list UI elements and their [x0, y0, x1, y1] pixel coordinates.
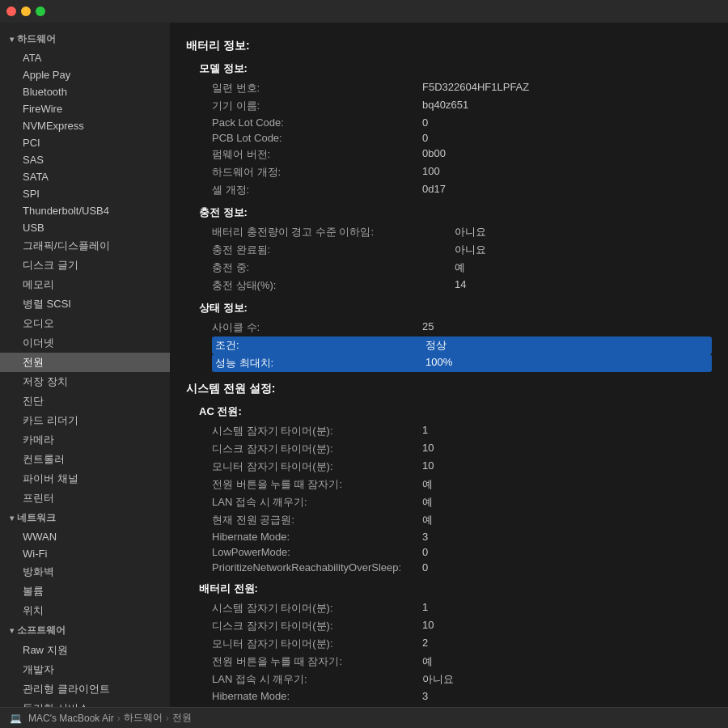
value-charging: 예	[455, 260, 465, 275]
bat-row-1: 디스크 잠자기 타이머(분): 10	[212, 617, 712, 635]
sidebar-item-storage[interactable]: 저장 장치	[0, 372, 170, 392]
breadcrumb-host: MAC's MacBook Air	[28, 713, 114, 724]
maximize-button[interactable]	[36, 6, 45, 16]
row-cell-revision: 셀 개정: 0d17	[212, 181, 712, 199]
detail-panel: 배터리 정보: 모델 정보: 일련 번호: F5D322604HF1LPFAZ …	[170, 23, 728, 707]
ac-value-4: 예	[422, 495, 433, 510]
bat-label-0: 시스템 잠자기 타이머(분):	[212, 601, 422, 616]
charge-rows: 배터리 충전량이 경고 수준 이하임: 아니요 충전 완료됨: 아니요 충전 중…	[212, 223, 712, 294]
sidebar-item-ethernet[interactable]: 이더넷	[0, 333, 170, 353]
sidebar-group-hardware[interactable]: ▾ 하드웨어	[0, 29, 170, 49]
value-firmware: 0b00	[422, 147, 446, 162]
main-content: ▾ 하드웨어 ATA Apple Pay Bluetooth FireWire …	[0, 23, 728, 707]
row-serial: 일련 번호: F5D322604HF1LPFAZ	[212, 79, 712, 97]
bat-value-2: 2	[422, 637, 428, 651]
sidebar-item-scsi[interactable]: 병렬 SCSI	[0, 294, 170, 314]
sidebar-item-printer[interactable]: 프린터	[0, 489, 170, 508]
sidebar: ▾ 하드웨어 ATA Apple Pay Bluetooth FireWire …	[0, 23, 170, 707]
bat-value-5: 3	[422, 690, 428, 702]
ac-label-4: LAN 접속 시 깨우기:	[212, 495, 422, 510]
label-condition: 조건:	[215, 338, 425, 353]
sidebar-item-thunderbolt[interactable]: Thunderbolt/USB4	[0, 202, 170, 219]
label-below-warning: 배터리 충전량이 경고 수준 이하임:	[212, 225, 455, 239]
sidebar-item-diagnostics[interactable]: 진단	[0, 392, 170, 411]
sidebar-item-cardreader[interactable]: 카드 리더기	[0, 411, 170, 430]
value-charge-percent: 14	[455, 278, 466, 293]
label-pcb-lot: PCB Lot Code:	[212, 132, 422, 144]
status-title: 상태 정보:	[199, 301, 712, 315]
sidebar-item-power[interactable]: 전원	[0, 353, 170, 372]
sidebar-item-raw[interactable]: Raw 지원	[0, 641, 170, 660]
value-hw-revision: 100	[422, 165, 440, 180]
bat-value-1: 10	[422, 619, 434, 633]
row-charging: 충전 중: 예	[212, 259, 712, 277]
sidebar-group-network[interactable]: ▾ 네트워크	[0, 508, 170, 528]
value-device-name: bq40z651	[422, 99, 468, 113]
label-charge-complete: 충전 완료됨:	[212, 243, 455, 257]
sidebar-item-firewall[interactable]: 방화벽	[0, 562, 170, 582]
sidebar-item-sas[interactable]: SAS	[0, 151, 170, 168]
titlebar	[0, 0, 728, 23]
sidebar-item-firewire[interactable]: FireWire	[0, 100, 170, 117]
value-below-warning: 아니요	[455, 225, 486, 239]
battery-power-title: 배터리 전원:	[199, 582, 712, 596]
sidebar-item-sync[interactable]: 동기화 서비스	[0, 699, 170, 707]
sidebar-item-spi[interactable]: SPI	[0, 185, 170, 202]
sidebar-item-camera[interactable]: 카메라	[0, 430, 170, 450]
charge-section: 충전 정보: 배터리 충전량이 경고 수준 이하임: 아니요 충전 완료됨: 아…	[199, 205, 712, 294]
ac-row-8: PrioritizeNetworkReachabilityOverSleep: …	[212, 560, 712, 575]
bat-value-0: 1	[422, 601, 428, 616]
value-cycle: 25	[422, 320, 434, 335]
chevron-down-icon-network: ▾	[10, 514, 14, 523]
sidebar-item-managed-client[interactable]: 관리형 클라이언트	[0, 679, 170, 699]
label-pack-lot: Pack Lot Code:	[212, 116, 422, 129]
sidebar-item-bluetooth[interactable]: Bluetooth	[0, 83, 170, 100]
bat-label-5: Hibernate Mode:	[212, 690, 422, 702]
ac-value-2: 10	[422, 459, 434, 474]
ac-value-7: 0	[422, 546, 428, 558]
sidebar-item-wwan[interactable]: WWAN	[0, 528, 170, 545]
bat-row-2: 모니터 잠자기 타이머(분): 2	[212, 635, 712, 653]
sidebar-item-location[interactable]: 위치	[0, 601, 170, 620]
bat-value-4: 아니요	[422, 672, 454, 687]
sidebar-item-graphics[interactable]: 그래픽/디스플레이	[0, 236, 170, 256]
sidebar-item-memory[interactable]: 메모리	[0, 275, 170, 294]
model-rows: 일련 번호: F5D322604HF1LPFAZ 기기 이름: bq40z651…	[212, 79, 712, 199]
minimize-button[interactable]	[21, 6, 31, 16]
sidebar-item-pci[interactable]: PCI	[0, 134, 170, 151]
bat-value-3: 예	[422, 654, 433, 669]
row-charge-complete: 충전 완료됨: 아니요	[212, 241, 712, 259]
ac-label-3: 전원 버튼을 누를 때 잠자기:	[212, 477, 422, 492]
value-max-performance: 100%	[425, 356, 452, 370]
ac-power-section: AC 전원: 시스템 잠자기 타이머(분): 1 디스크 잠자기 타이머(분):…	[199, 404, 712, 707]
row-pack-lot: Pack Lot Code: 0	[212, 115, 712, 130]
ac-value-8: 0	[422, 561, 428, 574]
ac-value-1: 10	[422, 442, 434, 456]
sidebar-item-nvmexpress[interactable]: NVMExpress	[0, 117, 170, 134]
close-button[interactable]	[6, 6, 16, 16]
sidebar-item-applepay[interactable]: Apple Pay	[0, 66, 170, 83]
sidebar-item-wifi[interactable]: Wi-Fi	[0, 545, 170, 562]
battery-rows: 시스템 잠자기 타이머(분): 1 디스크 잠자기 타이머(분): 10 모니터…	[212, 599, 712, 707]
ac-label-5: 현재 전원 공급원:	[212, 513, 422, 527]
sidebar-item-developer[interactable]: 개발자	[0, 660, 170, 679]
sidebar-item-sata[interactable]: SATA	[0, 168, 170, 185]
sidebar-item-usb[interactable]: USB	[0, 219, 170, 236]
bat-row-5: Hibernate Mode: 3	[212, 688, 712, 704]
bat-row-0: 시스템 잠자기 타이머(분): 1	[212, 599, 712, 617]
sidebar-item-fiberchannel[interactable]: 파이버 채널	[0, 469, 170, 489]
row-hw-revision: 하드웨어 개정: 100	[212, 163, 712, 181]
sidebar-item-disk[interactable]: 디스크 글기	[0, 256, 170, 275]
sidebar-item-volume[interactable]: 볼륨	[0, 582, 170, 601]
sidebar-item-controller[interactable]: 컨트롤러	[0, 450, 170, 469]
sidebar-item-ata[interactable]: ATA	[0, 49, 170, 66]
ac-label-7: LowPowerMode:	[212, 546, 422, 558]
chevron-down-icon-software: ▾	[10, 626, 14, 635]
ac-row-7: LowPowerMode: 0	[212, 544, 712, 560]
ac-row-2: 모니터 잠자기 타이머(분): 10	[212, 458, 712, 476]
chevron-down-icon: ▾	[10, 35, 14, 44]
breadcrumb-hardware: 하드웨어	[124, 711, 163, 725]
sidebar-group-software[interactable]: ▾ 소프트웨어	[0, 620, 170, 641]
sidebar-item-audio[interactable]: 오디오	[0, 314, 170, 333]
label-charging: 충전 중:	[212, 260, 455, 275]
